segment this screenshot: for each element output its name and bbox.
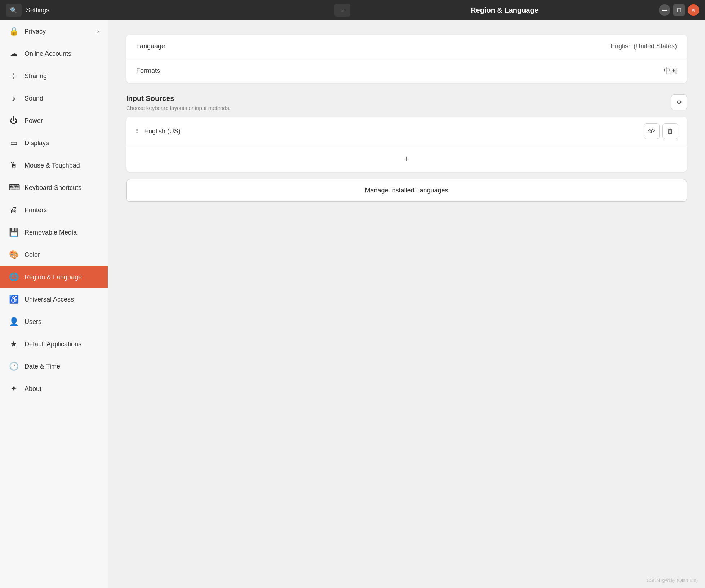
sidebar-item-label-printers: Printers <box>25 206 47 214</box>
default-applications-icon: ★ <box>9 339 19 349</box>
input-sources-card: ⠿ English (US) 👁 🗑 + <box>126 117 687 172</box>
sidebar-item-displays[interactable]: ▭Displays <box>0 132 108 154</box>
sidebar-item-label-sound: Sound <box>25 95 43 102</box>
close-button[interactable]: ✕ <box>688 4 699 16</box>
date-time-icon: 🕐 <box>9 362 19 371</box>
sidebar-item-label-mouse-touchpad: Mouse & Touchpad <box>25 162 80 169</box>
sidebar: 🔒Privacy›☁Online Accounts⊹Sharing♪Sound⏻… <box>0 20 108 588</box>
printers-icon: 🖨 <box>9 205 19 215</box>
sidebar-item-label-privacy: Privacy <box>25 28 46 35</box>
sidebar-item-label-default-applications: Default Applications <box>25 340 81 348</box>
manage-languages-button[interactable]: Manage Installed Languages <box>126 179 687 202</box>
removable-media-icon: 💾 <box>9 228 19 237</box>
sidebar-item-label-universal-access: Universal Access <box>25 296 74 303</box>
main-layout: 🔒Privacy›☁Online Accounts⊹Sharing♪Sound⏻… <box>0 20 705 588</box>
window-controls: — ☐ ✕ <box>659 4 699 16</box>
sidebar-item-label-displays: Displays <box>25 139 49 147</box>
page-title: Region & Language <box>350 6 659 14</box>
sidebar-item-sound[interactable]: ♪Sound <box>0 87 108 110</box>
users-icon: 👤 <box>9 317 19 326</box>
sidebar-item-label-date-time: Date & Time <box>25 363 60 370</box>
sidebar-item-label-about: About <box>25 385 41 393</box>
sidebar-item-label-keyboard-shortcuts: Keyboard Shortcuts <box>25 184 81 192</box>
app-title: Settings <box>26 6 334 14</box>
sidebar-item-label-removable-media: Removable Media <box>25 229 77 236</box>
maximize-button[interactable]: ☐ <box>673 4 685 16</box>
displays-icon: ▭ <box>9 138 19 148</box>
sidebar-item-keyboard-shortcuts[interactable]: ⌨Keyboard Shortcuts <box>0 177 108 199</box>
language-formats-card: Language English (United States) Formats… <box>126 35 687 83</box>
add-input-source-row[interactable]: + <box>126 146 687 172</box>
content-area: Language English (United States) Formats… <box>108 20 705 588</box>
input-sources-description: Choose keyboard layouts or input methods… <box>126 105 671 111</box>
input-sources-title: Input Sources <box>126 94 671 103</box>
minimize-button[interactable]: — <box>659 4 670 16</box>
universal-access-icon: ♿ <box>9 295 19 304</box>
sidebar-item-mouse-touchpad[interactable]: 🖱Mouse & Touchpad <box>0 154 108 177</box>
view-input-source-button[interactable]: 👁 <box>644 123 660 139</box>
input-sources-header: Input Sources Choose keyboard layouts or… <box>126 94 687 111</box>
sidebar-item-label-power: Power <box>25 117 43 125</box>
sidebar-item-color[interactable]: 🎨Color <box>0 244 108 266</box>
eye-icon: 👁 <box>648 128 655 135</box>
input-source-row: ⠿ English (US) 👁 🗑 <box>126 117 687 146</box>
sidebar-item-about[interactable]: ✦About <box>0 378 108 400</box>
sidebar-item-users[interactable]: 👤Users <box>0 311 108 333</box>
menu-icon: ≡ <box>341 7 344 13</box>
sidebar-item-privacy[interactable]: 🔒Privacy› <box>0 20 108 43</box>
keyboard-shortcuts-icon: ⌨ <box>9 183 19 192</box>
sidebar-item-universal-access[interactable]: ♿Universal Access <box>0 288 108 311</box>
sidebar-item-label-online-accounts: Online Accounts <box>25 50 71 58</box>
sidebar-item-sharing[interactable]: ⊹Sharing <box>0 65 108 87</box>
mouse-touchpad-icon: 🖱 <box>9 161 19 170</box>
sound-icon: ♪ <box>9 94 19 103</box>
language-row[interactable]: Language English (United States) <box>126 35 687 58</box>
privacy-icon: 🔒 <box>9 27 19 36</box>
sidebar-item-region-language[interactable]: 🌐Region & Language <box>0 266 108 288</box>
titlebar: 🔍 Settings ≡ Region & Language — ☐ ✕ <box>0 0 705 20</box>
formats-value: 中国 <box>664 66 677 75</box>
delete-input-source-button[interactable]: 🗑 <box>662 123 678 139</box>
gear-icon: ⚙ <box>676 98 682 106</box>
trash-icon: 🗑 <box>667 128 674 135</box>
input-sources-settings-button[interactable]: ⚙ <box>671 94 687 110</box>
plus-icon: + <box>404 154 409 164</box>
language-label: Language <box>136 43 165 50</box>
power-icon: ⏻ <box>9 116 19 125</box>
language-value: English (United States) <box>611 43 677 50</box>
search-icon: 🔍 <box>10 7 17 14</box>
drag-handle-icon[interactable]: ⠿ <box>135 128 139 135</box>
search-button[interactable]: 🔍 <box>6 4 22 17</box>
formats-row[interactable]: Formats 中国 <box>126 58 687 83</box>
formats-label: Formats <box>136 67 160 75</box>
sidebar-item-label-region-language: Region & Language <box>25 273 82 281</box>
about-icon: ✦ <box>9 384 19 393</box>
sidebar-item-power[interactable]: ⏻Power <box>0 110 108 132</box>
sidebar-item-label-sharing: Sharing <box>25 72 47 80</box>
sidebar-item-label-users: Users <box>25 318 41 326</box>
menu-button[interactable]: ≡ <box>334 4 350 17</box>
input-source-name: English (US) <box>144 128 641 135</box>
sidebar-item-removable-media[interactable]: 💾Removable Media <box>0 221 108 244</box>
region-language-icon: 🌐 <box>9 272 19 282</box>
sharing-icon: ⊹ <box>9 71 19 81</box>
sidebar-item-printers[interactable]: 🖨Printers <box>0 199 108 221</box>
sidebar-item-online-accounts[interactable]: ☁Online Accounts <box>0 43 108 65</box>
online-accounts-icon: ☁ <box>9 49 19 58</box>
chevron-icon: › <box>97 28 99 35</box>
color-icon: 🎨 <box>9 250 19 259</box>
sidebar-item-default-applications[interactable]: ★Default Applications <box>0 333 108 355</box>
sidebar-item-date-time[interactable]: 🕐Date & Time <box>0 355 108 378</box>
sidebar-item-label-color: Color <box>25 251 40 259</box>
watermark: CSDN @钱彬 (Qian Bin) <box>647 577 698 584</box>
